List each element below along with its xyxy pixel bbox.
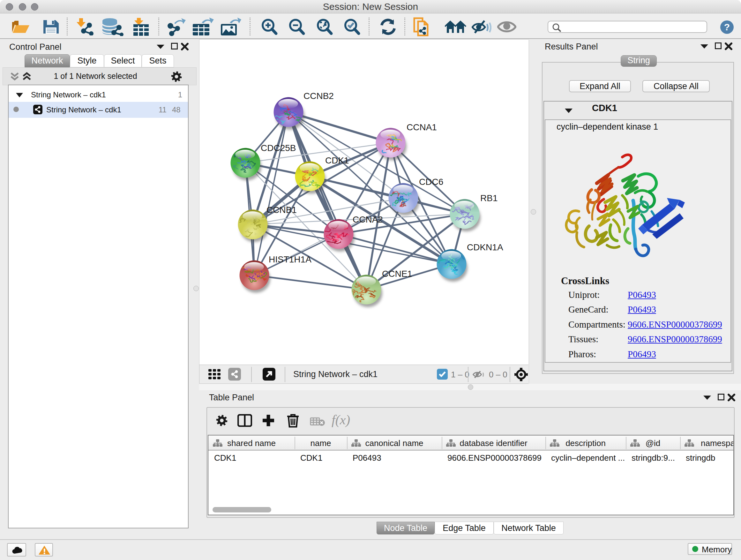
svg-text:CCNE1: CCNE1 xyxy=(382,269,412,279)
svg-text:RB1: RB1 xyxy=(480,193,497,203)
svg-text:CCNA1: CCNA1 xyxy=(407,122,437,132)
svg-text:?: ? xyxy=(724,22,730,32)
svg-text:CCNB1: CCNB1 xyxy=(266,205,297,215)
svg-text:HIST1H1A: HIST1H1A xyxy=(269,254,312,264)
svg-text:CDK1: CDK1 xyxy=(325,155,349,165)
svg-text:CCNA2: CCNA2 xyxy=(353,214,383,225)
svg-text:CDC6: CDC6 xyxy=(419,177,443,187)
svg-text:CDKN1A: CDKN1A xyxy=(467,242,503,252)
svg-text:CDC25B: CDC25B xyxy=(261,143,296,153)
svg-text:CCNB2: CCNB2 xyxy=(304,91,334,101)
